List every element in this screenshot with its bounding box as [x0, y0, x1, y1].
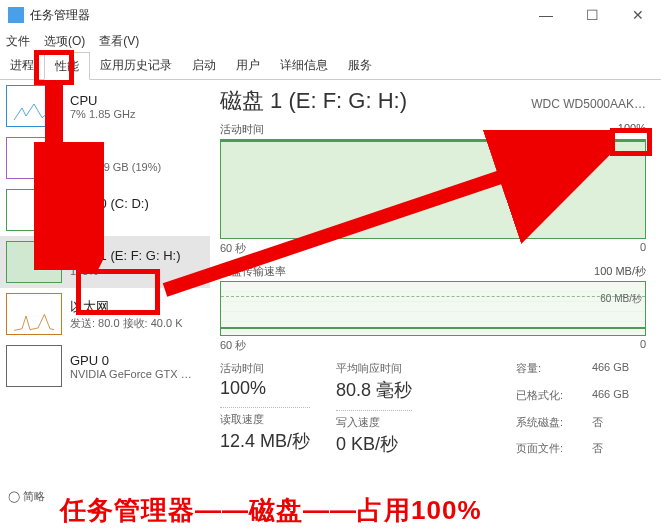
menu-view[interactable]: 查看(V)	[99, 33, 139, 50]
sidebar-item-disk1[interactable]: 磁盘 1 (E: F: G: H:)100%	[0, 236, 210, 288]
write-value: 0 KB/秒	[336, 432, 412, 456]
tab-users[interactable]: 用户	[226, 52, 270, 79]
perf-sidebar: CPU7% 1.85 GHz 内存3.1/15.9 GB (19%) 磁盘 0 …	[0, 80, 210, 498]
minimize-button[interactable]: —	[523, 0, 569, 30]
tab-startup[interactable]: 启动	[182, 52, 226, 79]
cap-label: 容量:	[516, 361, 580, 384]
active-value: 100%	[220, 378, 310, 399]
cap-val: 466 GB	[592, 361, 646, 384]
resp-value: 80.8 毫秒	[336, 378, 412, 402]
sys-label: 系统磁盘:	[516, 415, 580, 438]
memory-label: 内存	[70, 143, 161, 161]
disk1-label: 磁盘 1 (E: F: G: H:)	[70, 247, 181, 265]
activity-chart[interactable]	[220, 139, 646, 239]
write-label: 写入速度	[336, 410, 412, 430]
menubar: 文件 选项(O) 查看(V)	[0, 30, 661, 52]
menu-file[interactable]: 文件	[6, 33, 30, 50]
sidebar-item-gpu[interactable]: GPU 0NVIDIA GeForce GTX …	[0, 340, 210, 392]
eth-detail: 发送: 80.0 接收: 40.0 K	[70, 316, 183, 331]
sidebar-item-ethernet[interactable]: 以太网发送: 80.0 接收: 40.0 K	[0, 288, 210, 340]
stats-grid: 活动时间 100% 读取速度 12.4 MB/秒 平均响应时间 80.8 毫秒 …	[220, 361, 646, 464]
memory-detail: 3.1/15.9 GB (19%)	[70, 161, 161, 173]
fmt-val: 466 GB	[592, 388, 646, 411]
menu-options[interactable]: 选项(O)	[44, 33, 85, 50]
sys-val: 否	[592, 415, 646, 438]
disk0-label: 磁盘 0 (C: D:)	[70, 195, 149, 213]
axis-left-2: 60 秒	[220, 338, 246, 353]
detail-pane: 磁盘 1 (E: F: G: H:) WDC WD5000AAK… 活动时间 1…	[210, 80, 661, 498]
chart2-label: 磁盘传输速率	[220, 264, 286, 279]
chart1-max: 100%	[618, 122, 646, 137]
window-title: 任务管理器	[30, 7, 523, 24]
active-label: 活动时间	[220, 361, 310, 376]
eth-label: 以太网	[70, 298, 183, 316]
titlebar[interactable]: 任务管理器 — ☐ ✕	[0, 0, 661, 30]
tab-history[interactable]: 应用历史记录	[90, 52, 182, 79]
tab-bar: 进程 性能 应用历史记录 启动 用户 详细信息 服务	[0, 52, 661, 80]
disk1-sparkline-icon	[6, 241, 62, 283]
annotation-caption: 任务管理器——磁盘——占用100%	[60, 493, 482, 528]
chart1-label: 活动时间	[220, 122, 264, 137]
read-label: 读取速度	[220, 407, 310, 427]
disk-model: WDC WD5000AAK…	[531, 97, 646, 111]
chart2-mid-label: 60 MB/秒	[600, 292, 642, 306]
app-icon	[8, 7, 24, 23]
task-manager-window: 任务管理器 — ☐ ✕ 文件 选项(O) 查看(V) 进程 性能 应用历史记录 …	[0, 0, 661, 528]
cpu-label: CPU	[70, 93, 135, 108]
gpu-sparkline-icon	[6, 345, 62, 387]
page-label: 页面文件:	[516, 441, 580, 464]
throughput-chart[interactable]: 60 MB/秒	[220, 281, 646, 336]
disk0-detail: 3%	[70, 213, 149, 225]
chart2-max: 100 MB/秒	[594, 264, 646, 279]
axis-right-1: 0	[640, 241, 646, 256]
tab-processes[interactable]: 进程	[0, 52, 44, 79]
memory-sparkline-icon	[6, 137, 62, 179]
tab-services[interactable]: 服务	[338, 52, 382, 79]
maximize-button[interactable]: ☐	[569, 0, 615, 30]
resp-label: 平均响应时间	[336, 361, 412, 376]
disk-title: 磁盘 1 (E: F: G: H:)	[220, 86, 407, 116]
axis-right-2: 0	[640, 338, 646, 353]
fmt-label: 已格式化:	[516, 388, 580, 411]
sidebar-item-memory[interactable]: 内存3.1/15.9 GB (19%)	[0, 132, 210, 184]
close-button[interactable]: ✕	[615, 0, 661, 30]
gpu-label: GPU 0	[70, 353, 192, 368]
disk0-sparkline-icon	[6, 189, 62, 231]
eth-sparkline-icon	[6, 293, 62, 335]
disk1-detail: 100%	[70, 265, 181, 277]
tab-performance[interactable]: 性能	[44, 52, 90, 80]
sidebar-item-cpu[interactable]: CPU7% 1.85 GHz	[0, 80, 210, 132]
cpu-detail: 7% 1.85 GHz	[70, 108, 135, 120]
gpu-detail: NVIDIA GeForce GTX …	[70, 368, 192, 380]
axis-left-1: 60 秒	[220, 241, 246, 256]
read-value: 12.4 MB/秒	[220, 429, 310, 453]
tab-details[interactable]: 详细信息	[270, 52, 338, 79]
page-val: 否	[592, 441, 646, 464]
cpu-sparkline-icon	[6, 85, 62, 127]
fewer-details-link[interactable]: ◯ 简略	[8, 489, 45, 504]
sidebar-item-disk0[interactable]: 磁盘 0 (C: D:)3%	[0, 184, 210, 236]
